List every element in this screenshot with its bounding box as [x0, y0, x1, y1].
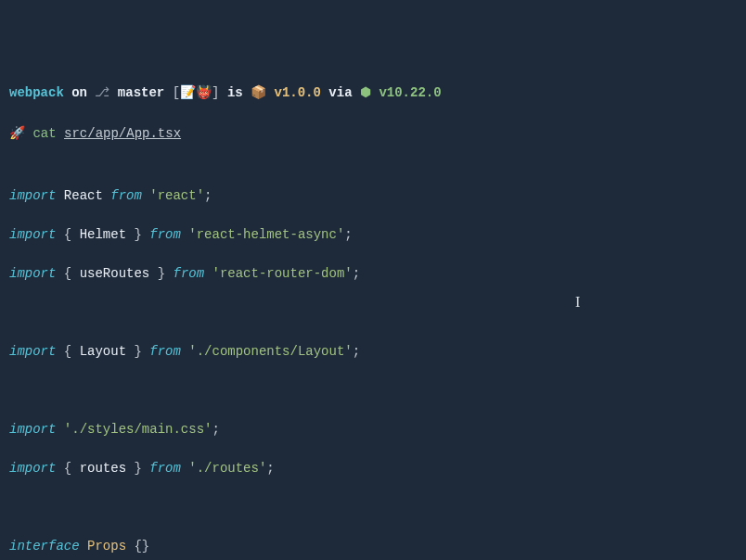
branch-icon: ⎇ [95, 85, 109, 100]
on-word: on [71, 85, 87, 100]
code-line: import { routes } from './routes'; [9, 459, 737, 478]
code-output: import React from 'react'; import { Helm… [9, 167, 737, 560]
code-line: import './styles/main.css'; [9, 420, 737, 439]
is-word: is [227, 85, 243, 100]
node-version: v10.22.0 [379, 85, 441, 100]
code-line: interface Props {} [9, 537, 737, 556]
code-line [9, 381, 737, 401]
code-line [9, 498, 737, 517]
file-path: src/app/App.tsx [64, 126, 181, 141]
shell-prompt-line-2[interactable]: 🚀 cat src/app/App.tsx [9, 124, 737, 144]
node-icon: ⬢ [360, 85, 371, 100]
code-line: import React from 'react'; [9, 186, 737, 206]
shell-prompt-line-1: webpack on ⎇ master [📝👹] is 📦 v1.0.0 via… [9, 83, 737, 103]
git-branch: master [118, 85, 164, 100]
command-name: cat [32, 126, 56, 141]
package-icon: 📦 [251, 85, 266, 100]
prompt-rocket-icon: 🚀 [9, 126, 25, 141]
code-line: import { useRoutes } from 'react-router-… [9, 264, 737, 284]
text-cursor-icon: I [575, 291, 580, 313]
code-line: import { Layout } from './components/Lay… [9, 342, 737, 362]
via-word: via [328, 85, 352, 100]
code-line: import { Helmet } from 'react-helmet-asy… [9, 225, 737, 245]
package-version: v1.0.0 [275, 85, 321, 100]
code-line [9, 303, 737, 323]
project-name: webpack [9, 85, 64, 100]
git-status-emoji: [📝👹] [173, 85, 220, 100]
